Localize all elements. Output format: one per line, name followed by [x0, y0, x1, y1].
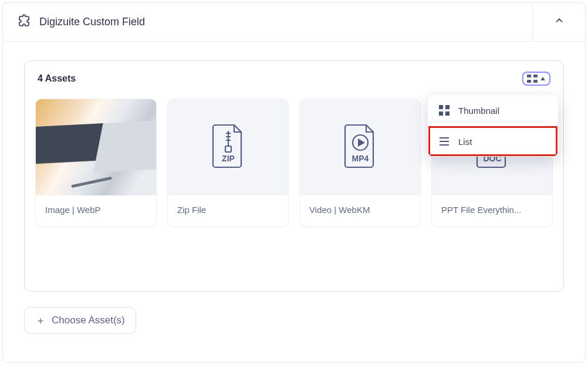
- thumbnail-grid-icon: [438, 104, 450, 116]
- view-option-list[interactable]: List: [428, 126, 558, 157]
- asset-card[interactable]: Image | WebP: [35, 99, 157, 227]
- panel-title: Digizuite Custom Field: [39, 16, 145, 28]
- collapse-toggle[interactable]: [532, 3, 585, 40]
- mp4-file-icon: MP4: [340, 123, 380, 172]
- plus-icon: ＋: [35, 315, 46, 326]
- svg-rect-3: [533, 80, 538, 83]
- view-mode-dropdown: Thumbnail List: [428, 95, 558, 157]
- svg-rect-1: [533, 75, 538, 77]
- svg-marker-4: [540, 77, 545, 80]
- grid-icon: [527, 75, 538, 83]
- asset-label: PPT File Everythin...: [432, 195, 552, 227]
- svg-rect-19: [445, 105, 450, 109]
- custom-field-panel: Digizuite Custom Field 4 Assets: [2, 2, 586, 363]
- asset-label: Video | WebKM: [300, 195, 420, 227]
- divider: [3, 41, 585, 42]
- assets-header: 4 Assets: [25, 61, 563, 93]
- chevron-up-icon: [553, 15, 565, 29]
- panel-header: Digizuite Custom Field: [3, 3, 585, 41]
- asset-thumbnail-image: [36, 99, 156, 195]
- svg-rect-0: [527, 75, 531, 77]
- svg-marker-12: [358, 138, 365, 147]
- list-icon: [438, 136, 450, 147]
- choose-assets-button[interactable]: ＋ Choose Asset(s): [24, 307, 136, 334]
- assets-count-label: 4 Assets: [38, 73, 76, 84]
- asset-card[interactable]: MP4 Video | WebKM: [299, 99, 421, 227]
- svg-text:ZIP: ZIP: [222, 154, 235, 163]
- choose-assets-label: Choose Asset(s): [52, 315, 125, 326]
- view-option-thumbnail[interactable]: Thumbnail: [428, 95, 558, 126]
- svg-rect-21: [445, 111, 450, 116]
- caret-up-icon: [540, 76, 546, 81]
- puzzle-icon: [17, 13, 39, 30]
- asset-thumbnail-zip: ZIP: [168, 99, 288, 195]
- view-mode-toggle[interactable]: [522, 72, 550, 86]
- asset-thumbnail-video: MP4: [300, 99, 420, 195]
- dropdown-item-label: Thumbnail: [458, 106, 499, 116]
- asset-card[interactable]: ZIP Zip File: [167, 99, 289, 227]
- svg-rect-18: [439, 105, 443, 109]
- zip-file-icon: ZIP: [208, 123, 248, 172]
- asset-label: Image | WebP: [36, 195, 156, 227]
- svg-rect-2: [527, 80, 531, 83]
- svg-text:MP4: MP4: [352, 154, 369, 163]
- svg-rect-20: [439, 111, 443, 116]
- svg-rect-9: [225, 146, 231, 152]
- asset-label: Zip File: [168, 195, 288, 227]
- dropdown-item-label: List: [458, 137, 472, 147]
